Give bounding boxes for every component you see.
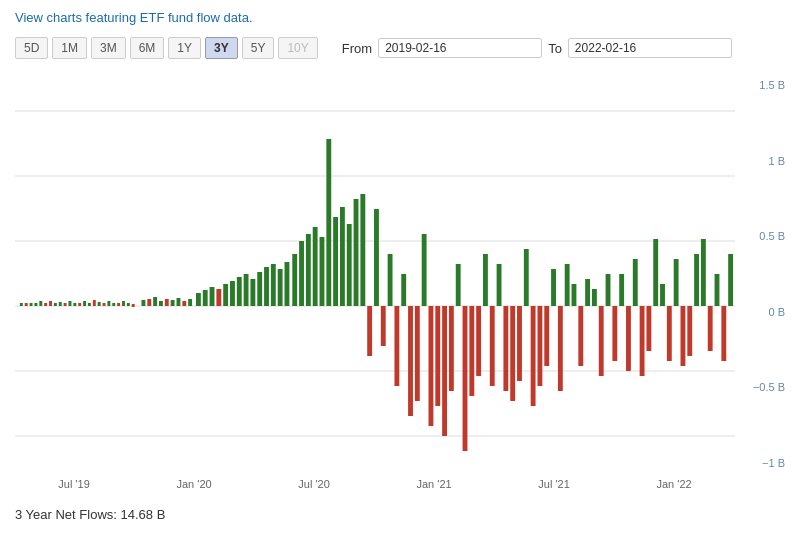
svg-rect-83 xyxy=(497,264,502,306)
x-label-jul19: Jul '19 xyxy=(58,478,89,490)
svg-rect-77 xyxy=(456,264,461,306)
svg-rect-30 xyxy=(141,300,145,306)
svg-rect-9 xyxy=(34,303,37,306)
svg-rect-7 xyxy=(25,303,28,306)
x-label-jan20: Jan '20 xyxy=(177,478,212,490)
svg-rect-84 xyxy=(503,306,508,391)
btn-5d[interactable]: 5D xyxy=(15,37,48,59)
svg-rect-17 xyxy=(73,303,76,306)
svg-rect-24 xyxy=(107,301,110,306)
svg-rect-51 xyxy=(278,269,283,306)
svg-rect-105 xyxy=(646,306,651,351)
svg-rect-97 xyxy=(592,289,597,306)
net-flows-label: 3 Year Net Flows: xyxy=(15,507,117,522)
svg-rect-68 xyxy=(394,306,399,386)
y-label-1b: 1 B xyxy=(740,155,785,167)
svg-rect-67 xyxy=(388,254,393,306)
svg-rect-59 xyxy=(333,217,338,306)
date-range: From To xyxy=(342,38,732,58)
svg-rect-37 xyxy=(182,301,186,306)
svg-rect-96 xyxy=(585,279,590,306)
svg-rect-50 xyxy=(271,264,276,306)
svg-rect-60 xyxy=(340,207,345,306)
svg-rect-13 xyxy=(54,303,57,306)
to-date-input[interactable] xyxy=(568,38,732,58)
svg-rect-92 xyxy=(558,306,563,391)
svg-rect-14 xyxy=(59,302,62,306)
svg-rect-111 xyxy=(687,306,692,356)
svg-rect-87 xyxy=(524,249,529,306)
btn-5y[interactable]: 5Y xyxy=(242,37,275,59)
btn-10y: 10Y xyxy=(278,37,317,59)
svg-rect-57 xyxy=(320,237,325,306)
svg-rect-103 xyxy=(633,259,638,306)
y-label-0-5b: 0.5 B xyxy=(740,230,785,242)
btn-6m[interactable]: 6M xyxy=(130,37,165,59)
svg-rect-20 xyxy=(88,303,91,306)
svg-rect-104 xyxy=(640,306,645,376)
svg-rect-70 xyxy=(408,306,413,416)
svg-rect-35 xyxy=(171,300,175,306)
svg-rect-56 xyxy=(313,227,318,306)
from-date-input[interactable] xyxy=(378,38,542,58)
svg-rect-102 xyxy=(626,306,631,371)
btn-1m[interactable]: 1M xyxy=(52,37,87,59)
svg-rect-12 xyxy=(49,301,52,306)
svg-rect-47 xyxy=(250,279,255,306)
svg-rect-61 xyxy=(347,224,352,306)
svg-rect-100 xyxy=(612,306,617,361)
svg-rect-93 xyxy=(565,264,570,306)
chart-container: 1.5 B 1 B 0.5 B 0 B −0.5 B −1 B Jul '19 … xyxy=(15,79,790,499)
svg-rect-78 xyxy=(463,306,468,451)
svg-rect-10 xyxy=(39,301,42,306)
svg-rect-64 xyxy=(367,306,372,356)
svg-rect-40 xyxy=(203,290,208,306)
x-label-jul21: Jul '21 xyxy=(538,478,569,490)
btn-3y[interactable]: 3Y xyxy=(205,37,238,59)
svg-rect-11 xyxy=(44,303,47,306)
svg-rect-74 xyxy=(435,306,440,406)
svg-rect-110 xyxy=(681,306,686,366)
svg-rect-94 xyxy=(572,284,577,306)
svg-rect-72 xyxy=(422,234,427,306)
svg-rect-109 xyxy=(674,259,679,306)
svg-rect-39 xyxy=(196,293,201,306)
svg-rect-52 xyxy=(285,262,290,306)
chart-svg xyxy=(15,79,735,469)
etf-fund-flow-link[interactable]: View charts featuring ETF fund flow data… xyxy=(15,10,790,25)
svg-rect-95 xyxy=(578,306,583,366)
svg-rect-48 xyxy=(257,272,262,306)
svg-rect-62 xyxy=(354,199,359,306)
svg-rect-117 xyxy=(728,254,733,306)
x-axis: Jul '19 Jan '20 Jul '20 Jan '21 Jul '21 … xyxy=(15,469,735,499)
x-label-jan22: Jan '22 xyxy=(657,478,692,490)
svg-rect-115 xyxy=(715,274,720,306)
y-label-0b: 0 B xyxy=(740,306,785,318)
svg-rect-99 xyxy=(606,274,611,306)
svg-rect-80 xyxy=(476,306,481,376)
from-label: From xyxy=(342,41,372,56)
svg-rect-44 xyxy=(230,281,235,306)
btn-3m[interactable]: 3M xyxy=(91,37,126,59)
y-label-neg-1b: −1 B xyxy=(740,457,785,469)
y-label-neg-0-5b: −0.5 B xyxy=(740,381,785,393)
svg-rect-32 xyxy=(153,297,157,306)
chart-area xyxy=(15,79,735,469)
svg-rect-55 xyxy=(306,234,311,306)
svg-rect-65 xyxy=(374,209,379,306)
btn-1y[interactable]: 1Y xyxy=(168,37,201,59)
svg-rect-21 xyxy=(93,300,96,306)
svg-rect-54 xyxy=(299,241,304,306)
to-label: To xyxy=(548,41,562,56)
svg-rect-36 xyxy=(177,298,181,306)
svg-rect-98 xyxy=(599,306,604,376)
svg-rect-69 xyxy=(401,274,406,306)
svg-rect-76 xyxy=(449,306,454,391)
svg-rect-91 xyxy=(551,269,556,306)
svg-rect-112 xyxy=(694,254,699,306)
x-label-jan21: Jan '21 xyxy=(417,478,452,490)
svg-rect-33 xyxy=(159,301,163,306)
svg-rect-45 xyxy=(237,277,242,306)
svg-rect-53 xyxy=(292,254,297,306)
svg-rect-29 xyxy=(132,304,135,307)
